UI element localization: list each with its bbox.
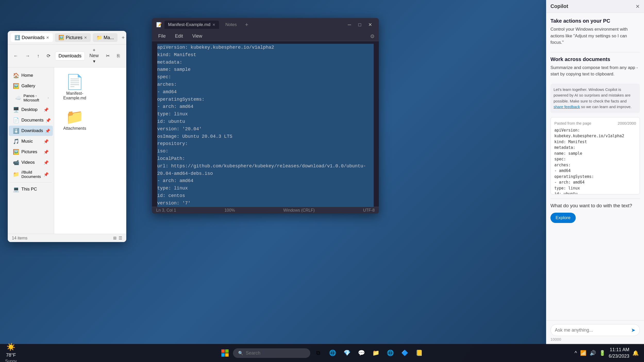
weather-widget: ☀️ 78°F Sunny — [5, 342, 17, 362]
show-hidden-icon[interactable]: ^ — [575, 350, 577, 356]
notes-tab[interactable]: Notes — [222, 21, 240, 29]
add-notepad-tab[interactable]: + — [243, 21, 250, 28]
notepad-content[interactable]: apiVersion: kubekey.kubesphere.io/v1alph… — [152, 41, 379, 207]
pin-icon: 📌 — [44, 107, 49, 112]
file-list: 📄 Manifest-Example.md 📁 Attachments — [54, 67, 126, 234]
taskbar-edge-icon[interactable]: 🌐 — [384, 347, 397, 359]
notepad-maximize[interactable]: □ — [355, 20, 364, 29]
new-button[interactable]: + New ▾ — [87, 46, 101, 66]
svg-rect-3 — [225, 353, 229, 357]
up-button[interactable]: ↑ — [35, 52, 42, 60]
forward-button[interactable]: → — [23, 52, 32, 60]
paste-button[interactable]: 📋 — [124, 51, 126, 60]
downloads-tab-close[interactable]: ✕ — [46, 36, 49, 40]
refresh-button[interactable]: ⟳ — [44, 51, 53, 60]
menu-view[interactable]: View — [190, 32, 204, 40]
nav-gallery[interactable]: 🖼️ Gallery — [9, 81, 53, 91]
explore-button[interactable]: Explore — [550, 213, 576, 223]
cut-button[interactable]: ✂ — [103, 51, 112, 60]
nav-pictures[interactable]: 🖼️ Pictures 📌 — [9, 147, 53, 157]
notepad-tab-close[interactable]: ✕ — [212, 23, 215, 27]
taskbar-search[interactable]: 🔍 — [233, 348, 310, 358]
notepad-app-icon: 📝 — [156, 22, 162, 28]
menu-edit[interactable]: Edit — [173, 32, 185, 40]
taskbar-sticky-icon[interactable]: 📒 — [413, 347, 426, 359]
nav-this-pc-label: This PC — [21, 187, 37, 192]
copilot-ask-input[interactable] — [555, 327, 629, 333]
start-button[interactable] — [219, 347, 231, 359]
nav-home[interactable]: 🏠 Home — [9, 70, 53, 81]
nav-build-docs-label: //Build Documents — [21, 170, 41, 179]
desktop: ⬇️ Downloads ✕ 🖼️ Pictures ✕ 📁 Ma... + ─… — [0, 0, 644, 362]
notepad-menu: File Edit View ⚙ — [152, 31, 379, 41]
network-icon[interactable]: 📶 — [580, 350, 587, 356]
weather-icon: ☀️ — [5, 342, 17, 352]
taskbar-teams-icon[interactable]: 💬 — [355, 347, 368, 359]
file-item-manifest[interactable]: 📄 Manifest-Example.md — [59, 73, 90, 102]
nav-documents[interactable]: 📄 Documents 📌 — [9, 115, 53, 125]
sidebar-navigation: 🏠 Home 🖼️ Gallery ☁️ Panos - Microsoft ›… — [8, 67, 54, 234]
tab-other[interactable]: 📁 Ma... — [93, 33, 118, 42]
clock-widget[interactable]: 11:11 AM 6/23/2023 — [609, 347, 629, 359]
notepad-statusbar: Ln 3, Col 1 100% Windows (CRLF) UTF-8 — [152, 207, 379, 214]
list-view-icon[interactable]: ☰ — [119, 236, 122, 240]
weather-condition: Sunny — [5, 358, 17, 362]
tab-downloads[interactable]: ⬇️ Downloads ✕ — [11, 33, 53, 42]
back-button[interactable]: ← — [11, 52, 21, 60]
notepad-main-tab[interactable]: Manifest-Example.md ✕ — [164, 21, 219, 29]
notepad-close[interactable]: ✕ — [365, 20, 375, 29]
disclaimer-text: Let's learn together. Windows Copilot is… — [554, 87, 630, 103]
folder-icon: 📁 — [66, 110, 84, 124]
tab-pictures[interactable]: 🖼️ Pictures ✕ — [55, 33, 91, 42]
nav-music-label: Music — [21, 139, 33, 144]
code-line-12: version: '20.04' — [157, 125, 374, 133]
pin-icon7: 📌 — [44, 172, 49, 177]
taskbar-copilot-icon[interactable]: 🌐 — [326, 347, 339, 359]
code-line-9: - arch: amd64 — [157, 103, 374, 110]
notification-icon[interactable]: 🔔 — [632, 350, 639, 356]
pictures-tab-label: Pictures — [66, 35, 82, 40]
share-feedback-link[interactable]: share feedback — [554, 105, 580, 109]
nav-build-docs[interactable]: 📁 //Build Documents 📌 — [9, 168, 53, 181]
taskbar-widgets-icon[interactable]: 💎 — [341, 347, 354, 359]
copilot-footer: ➤ 10000 — [546, 320, 644, 345]
notepad-window: 📝 Manifest-Example.md ✕ Notes + ─ □ ✕ Fi… — [152, 18, 379, 214]
pictures-tab-close[interactable]: ✕ — [84, 36, 87, 40]
menu-file[interactable]: File — [156, 32, 168, 40]
nav-downloads[interactable]: ⬇️ Downloads 📌 — [9, 126, 53, 136]
send-icon[interactable]: ➤ — [631, 327, 635, 333]
weather-temp: 78°F — [5, 352, 17, 358]
add-tab-button[interactable]: + — [120, 34, 126, 42]
battery-icon[interactable]: 🔋 — [599, 350, 606, 356]
pasted-line-2: kind: Manifest — [554, 139, 636, 145]
char-count: 10000 — [550, 337, 640, 341]
code-line-15: iso: — [157, 148, 374, 155]
taskview-icon[interactable]: ⧉ — [312, 347, 325, 359]
notepad-minimize[interactable]: ─ — [345, 20, 354, 29]
volume-icon[interactable]: 🔊 — [590, 350, 596, 356]
copilot-question: What do you want to do with the text? — [550, 203, 640, 209]
taskbar-store-icon[interactable]: 🔷 — [398, 347, 411, 359]
nav-panos[interactable]: ☁️ Panos - Microsoft › — [9, 91, 53, 104]
nav-videos[interactable]: 📹 Videos 📌 — [9, 157, 53, 168]
search-input[interactable] — [246, 350, 287, 356]
nav-desktop[interactable]: 🖥️ Desktop 📌 — [9, 105, 53, 115]
pasted-line-4: name: sample — [554, 151, 636, 157]
code-line-19: type: linux — [157, 185, 374, 192]
notepad-settings-icon[interactable]: ⚙ — [370, 33, 375, 39]
copilot-close-button[interactable]: ✕ — [635, 3, 640, 10]
nav-music[interactable]: 🎵 Music 📌 — [9, 136, 53, 146]
code-line-6: arches: — [157, 81, 374, 88]
date-display: 6/23/2023 — [609, 353, 629, 359]
file-item-attachments[interactable]: 📁 Attachments — [59, 108, 90, 133]
address-bar[interactable]: Downloads — [55, 51, 85, 61]
nav-this-pc[interactable]: 💻 This PC — [9, 184, 53, 194]
copy-button[interactable]: ⎘ — [114, 52, 122, 60]
copilot-section-take-actions: Take actions on your PC Control your Win… — [550, 18, 640, 46]
grid-view-icon[interactable]: ⊞ — [113, 236, 116, 240]
desktop-icon: 🖥️ — [13, 107, 19, 113]
code-line-10: type: linux — [157, 110, 374, 118]
pasted-line-8: operatingSystems: — [554, 174, 636, 180]
search-icon: 🔍 — [238, 351, 243, 356]
taskbar-explorer-icon[interactable]: 📁 — [370, 347, 382, 359]
